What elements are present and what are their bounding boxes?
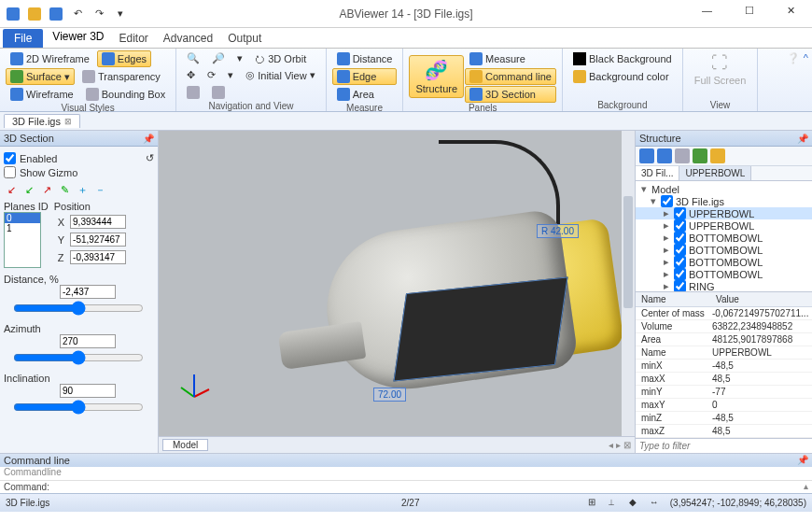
pos-y-input[interactable] (70, 233, 126, 247)
enabled-checkbox[interactable]: Enabled ↺ (4, 152, 154, 164)
property-row[interactable]: minY-77 (636, 386, 812, 399)
twisty-icon[interactable]: ▾ (649, 195, 658, 207)
twisty-icon[interactable]: ▸ (662, 207, 671, 219)
tree-item[interactable]: ▸ BOTTOMBOWL (636, 232, 812, 244)
qat-undo-icon[interactable]: ↶ (68, 5, 87, 23)
tab-editor[interactable]: Editor (111, 29, 155, 48)
cmd-pin-icon[interactable]: 📌 (797, 455, 808, 466)
pos-x-input[interactable] (70, 215, 126, 229)
transparency-button[interactable]: Transparency (77, 68, 165, 85)
plane-y-icon[interactable]: ↙ (21, 182, 36, 197)
qat-redo-icon[interactable]: ↷ (90, 5, 108, 23)
tree-item[interactable]: ▸ UPPERBOWL (636, 219, 812, 232)
distance-input[interactable] (60, 285, 116, 299)
st-icon-1[interactable] (639, 148, 654, 163)
st-icon-5[interactable] (710, 148, 725, 163)
st-icon-3[interactable] (675, 148, 690, 163)
maximize-button[interactable]: ☐ (728, 0, 770, 21)
file-tab[interactable]: File (3, 29, 43, 48)
st-icon-4[interactable] (693, 148, 707, 163)
gizmo-check[interactable] (4, 166, 16, 178)
twisty-icon[interactable]: ▾ (639, 183, 649, 195)
structure-tab-file[interactable]: 3D Fil... (636, 166, 679, 180)
bounding-box-button[interactable]: Bounding Box (81, 86, 171, 103)
app-menu-icon[interactable] (4, 5, 22, 23)
cmdline-panel-button[interactable]: Command line (465, 68, 556, 85)
minimize-button[interactable]: — (686, 0, 728, 21)
twisty-icon[interactable]: ▸ (662, 232, 671, 244)
st-icon-2[interactable] (657, 148, 672, 163)
twisty-icon[interactable]: ▸ (662, 280, 671, 291)
twisty-icon[interactable]: ▸ (662, 219, 671, 232)
ribbon-collapse-icon[interactable]: ^ (804, 52, 808, 64)
wireframe-button[interactable]: Wireframe (6, 86, 78, 103)
filter-input[interactable] (636, 439, 812, 453)
viewport-nav-icons[interactable]: ◂ ▸ ⊠ (609, 440, 631, 450)
orbit-button[interactable]: ⭮ 3D Orbit (250, 51, 311, 66)
property-row[interactable]: NameUPPERBOWL (636, 346, 812, 360)
plane-pick-icon[interactable]: ✎ (57, 182, 72, 197)
edge-button[interactable]: Edge (332, 68, 398, 85)
document-tab[interactable]: 3D File.igs ⊠ (4, 114, 80, 128)
rotate-icon[interactable]: ⟳ (203, 67, 220, 83)
plane-del-icon[interactable]: － (92, 182, 107, 197)
area-button[interactable]: Area (332, 86, 398, 103)
pan-icon[interactable]: ✥ (182, 67, 200, 83)
plane-add-icon[interactable]: ＋ (75, 182, 90, 197)
property-row[interactable]: minZ-48,5 (636, 412, 812, 425)
property-row[interactable]: minX-48,5 (636, 360, 812, 373)
property-row[interactable]: Area48125,9017897868 (636, 333, 812, 346)
qat-open-icon[interactable] (25, 5, 44, 23)
tab-advanced[interactable]: Advanced (156, 29, 220, 48)
plane-x-icon[interactable]: ↙ (4, 182, 19, 197)
tree-item[interactable]: ▸ BOTTOMBOWL (636, 244, 812, 256)
tree-item[interactable]: ▸ BOTTOMBOWL (636, 268, 812, 280)
cmd-scroll-up-icon[interactable]: ▴ (800, 481, 812, 493)
qat-save-icon[interactable] (47, 5, 65, 23)
tab-viewer-3d[interactable]: Viewer 3D (45, 27, 111, 48)
property-row[interactable]: Center of mass-0,067214975702711... (636, 307, 812, 320)
reset-icon[interactable]: ↺ (146, 152, 154, 164)
property-row[interactable]: maxY0 (636, 399, 812, 412)
tree-item[interactable]: ▸ RING_ (636, 280, 812, 291)
measure-panel-button[interactable]: Measure (465, 50, 556, 67)
view-dropdown-icon[interactable]: ▾ (223, 67, 238, 83)
fullscreen-button[interactable]: ⛶ Full Screen (689, 50, 752, 89)
close-document-icon[interactable]: ⊠ (64, 117, 72, 126)
surface-button[interactable]: Surface ▾ (6, 68, 75, 85)
status-icon-4[interactable]: ↔ (650, 497, 663, 510)
status-icon-1[interactable]: ⊞ (588, 497, 601, 510)
property-row[interactable]: Volume63822,2348948852 (636, 320, 812, 333)
close-button[interactable]: ✕ (770, 0, 812, 21)
viewport-vscroll[interactable] (622, 131, 635, 436)
structure-tree[interactable]: ▾Model ▾3D File.igs ▸ UPPERBOWL▸ UPPERBO… (636, 181, 812, 291)
plane-z-icon[interactable]: ↗ (39, 182, 54, 197)
nav-icon-2[interactable] (207, 84, 230, 101)
plane-id-1[interactable]: 1 (5, 223, 40, 233)
planes-id-list[interactable]: 0 1 (4, 212, 41, 268)
twisty-icon[interactable]: ▸ (662, 256, 671, 268)
ribbon-help-icon[interactable]: ❔ (787, 52, 800, 64)
azimuth-input[interactable] (60, 334, 116, 348)
tab-output[interactable]: Output (220, 29, 269, 48)
structure-panel-button[interactable]: 🧬 Structure (409, 55, 464, 98)
initial-view-button[interactable]: ◎ Initial View ▾ (241, 67, 319, 83)
distance-slider[interactable] (13, 301, 144, 316)
structure-pin-icon[interactable]: 📌 (797, 134, 808, 144)
tree-item[interactable]: ▸ BOTTOMBOWL (636, 256, 812, 268)
bg-color-button[interactable]: Background color (568, 68, 677, 85)
tree-file[interactable]: 3D File.igs (676, 196, 724, 207)
property-row[interactable]: maxX48,5 (636, 373, 812, 386)
enabled-check[interactable] (4, 152, 16, 164)
pin-icon[interactable]: 📌 (143, 134, 154, 144)
pos-z-input[interactable] (70, 250, 126, 264)
distance-button[interactable]: Distance (332, 50, 398, 67)
inclination-input[interactable] (60, 384, 116, 398)
zoom-out-icon[interactable]: 🔎 (207, 50, 230, 66)
edges-button[interactable]: Edges (97, 50, 151, 67)
3d-section-panel-button[interactable]: 3D Section (465, 86, 556, 103)
status-icon-3[interactable]: ◆ (629, 497, 642, 510)
wireframe-2d-button[interactable]: 2D Wireframe (6, 50, 94, 67)
inclination-slider[interactable] (13, 400, 144, 415)
property-row[interactable]: maxZ48,5 (636, 425, 812, 438)
